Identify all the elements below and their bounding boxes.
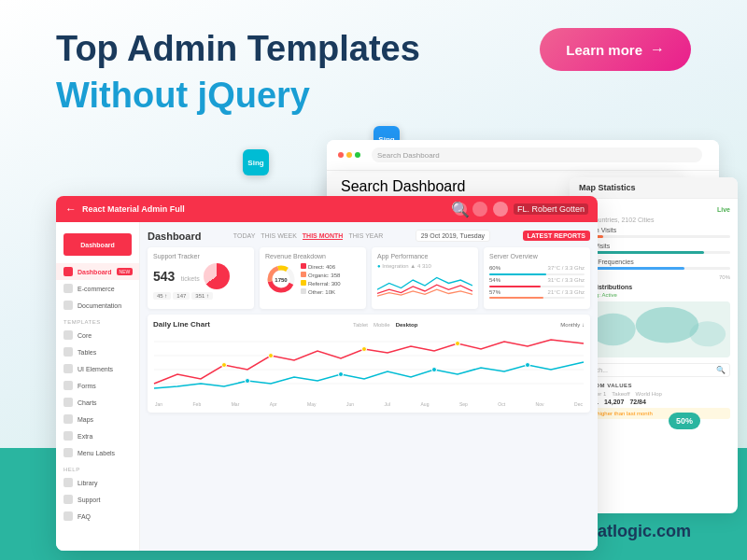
sidebar-tables-icon (63, 347, 73, 357)
support-tracker-badges: 45 ↑ 147 351 ↑ (153, 292, 248, 300)
chart-filter-tabs: Tablet Mobile Desktop (353, 322, 417, 328)
sidebar-item-ecommerce[interactable]: E-commerce (56, 280, 139, 297)
badge-2: 147 (173, 292, 190, 300)
learn-more-button[interactable]: Learn more → (540, 28, 691, 71)
sidebar-item-tables[interactable]: Tables (56, 343, 139, 360)
sidebar-menu-icon (63, 448, 73, 457)
sidebar-item-faq[interactable]: FAQ (56, 508, 139, 525)
random-note: 0.77x higher than last month (577, 408, 730, 419)
svg-point-23 (690, 321, 726, 346)
dot-green (355, 152, 360, 158)
sidebar-templates-label: TEMPLATES (56, 314, 139, 327)
chart-period[interactable]: Monthly ↓ (560, 322, 585, 328)
sidebar-docs-icon (63, 301, 73, 310)
app-perf-integration: ● Integration ▲ 4 310 (377, 263, 472, 269)
server-title: Server Overview (489, 253, 585, 259)
map-search-icon[interactable]: 🔍 (716, 366, 726, 374)
random-values: 0A/Z51 14,207 72/84 (577, 399, 730, 405)
footer-brand: Flatlogic.com (583, 522, 691, 541)
sidebar-item-core[interactable]: Core (56, 327, 139, 343)
topbar-back-button[interactable]: ← (65, 203, 77, 216)
tab-year[interactable]: THIS YEAR (348, 232, 383, 240)
analytics-panel-header: Search Dashboard (327, 140, 719, 171)
learn-more-arrow: → (650, 41, 665, 58)
random-col2: Takeoff (612, 391, 629, 397)
sidebar-item-extra[interactable]: Extra (56, 427, 139, 444)
random-col3: World Hop (636, 391, 662, 397)
topbar-username: FL. Robert Gotten (514, 203, 588, 215)
local-visits-label: Local Visits (577, 243, 730, 249)
topbar-title: React Material Admin Full (82, 204, 448, 214)
revenue-breakdown-card: Revenue Breakdown 1750 Direct: 406 (260, 247, 366, 309)
dashboard-topbar: ← React Material Admin Full 🔍 FL. Robert… (56, 196, 598, 222)
sidebar-support-icon (63, 495, 73, 504)
map-search-box[interactable]: Search... 🔍 (577, 363, 730, 377)
dashboard-panel: ← React Material Admin Full 🔍 FL. Robert… (56, 196, 598, 551)
sidebar-item-dashboard[interactable]: Dashboard NEW (56, 263, 139, 280)
percentage-badge: 50% (669, 413, 700, 429)
svg-point-18 (339, 372, 344, 377)
stats-row: Support Tracker 543 tickets 45 ↑ 147 351… (148, 247, 590, 309)
svg-point-13 (222, 363, 227, 368)
trending-label: Trending: Active (577, 292, 730, 298)
svg-point-16 (456, 342, 460, 346)
chart-tab-mobile[interactable]: Mobile (374, 322, 390, 328)
chart-x-labels: JanFebMarAprMayJunJulAugSepOctNovDec (153, 401, 585, 407)
dot-yellow (346, 152, 352, 158)
support-tracker-card: Support Tracker 543 tickets 45 ↑ 147 351… (148, 247, 254, 309)
chart-tab-desktop[interactable]: Desktop (396, 322, 418, 328)
sidebar-item-forms[interactable]: Forms (56, 377, 139, 394)
app-perf-title: App Performance (377, 253, 472, 259)
mockup-container: Sing Sing Search Dashboard YOU ARE HERE:… (56, 121, 719, 504)
random-val2: 14,207 (604, 399, 624, 405)
sidebar-item-charts[interactable]: Charts (56, 394, 139, 411)
sidebar-dashboard-label: Dashboard (78, 269, 112, 275)
dashboard-content: Dashboard TODAY THIS WEEK THIS MONTH THI… (140, 222, 598, 551)
sidebar-item-ui[interactable]: UI Elements (56, 360, 139, 377)
badge-1: 45 ↑ (153, 292, 171, 300)
topbar-avatar-1 (472, 202, 487, 217)
sidebar-charts-icon (63, 398, 73, 407)
sidebar-item-docs[interactable]: Documentation (56, 297, 139, 314)
sidebar-ui-icon (63, 364, 73, 373)
support-tracker-circle (204, 263, 230, 289)
revenue-donut-chart: 1750 (265, 263, 297, 295)
tab-week[interactable]: THIS WEEK (261, 232, 297, 240)
sidebar-item-library[interactable]: Library (56, 474, 139, 491)
map-dist-label: Map Distributions (577, 284, 730, 290)
dashboard-header-bar: Dashboard TODAY THIS WEEK THIS MONTH THI… (148, 230, 590, 242)
map-stats-title: Map Statistics (579, 183, 728, 192)
revenue-title: Revenue Breakdown (265, 253, 360, 259)
local-visits-bar (577, 251, 730, 254)
visits-url-bar: Search Dashboard (341, 178, 465, 195)
dashboard-body: Dashboard Dashboard NEW E-commerce Docum… (56, 222, 598, 551)
tab-today[interactable]: TODAY (233, 232, 255, 240)
tab-month[interactable]: THIS MONTH (303, 232, 344, 240)
status-value: Live (717, 206, 730, 213)
mini-app-icon-1: Sing (243, 149, 269, 175)
sidebar-item-maps[interactable]: Maps (56, 411, 139, 427)
sidebar-item-support[interactable]: Support (56, 491, 139, 508)
main-title-line2: Without jQuery (56, 75, 691, 118)
svg-point-15 (362, 347, 367, 352)
dot-red (338, 152, 344, 158)
chart-tab-tablet[interactable]: Tablet (353, 322, 368, 328)
map-stats-header: Map Statistics (570, 177, 738, 199)
dashboard-main-title: Dashboard (148, 231, 201, 242)
dashboard-tabs: TODAY THIS WEEK THIS MONTH THIS YEAR (233, 232, 383, 240)
sidebar-dashboard-badge: NEW (117, 268, 134, 275)
line-chart-svg (153, 332, 585, 398)
server-row-1: 60%37°C / 3.3 Ghz (489, 263, 585, 275)
sidebar-ecommerce-icon (63, 284, 73, 293)
sidebar-item-menu[interactable]: Menu Labels (56, 444, 139, 461)
random-values-title: RANDOM VALUES (577, 383, 730, 388)
daily-line-chart-card: Daily Line Chart Tablet Mobile Desktop M… (148, 315, 590, 413)
url-bar: Search Dashboard (372, 147, 702, 162)
latest-reports-button[interactable]: LATEST REPORTS (523, 231, 590, 241)
chart-title: Daily Line Chart (153, 320, 210, 329)
topbar-search-icon[interactable]: 🔍 (454, 203, 467, 216)
dashboard-sidebar: Dashboard Dashboard NEW E-commerce Docum… (56, 222, 140, 551)
foreign-visits-bar (577, 235, 730, 238)
chart-header: Daily Line Chart Tablet Mobile Desktop M… (153, 320, 585, 329)
map-search-placeholder: Search... (582, 367, 716, 373)
